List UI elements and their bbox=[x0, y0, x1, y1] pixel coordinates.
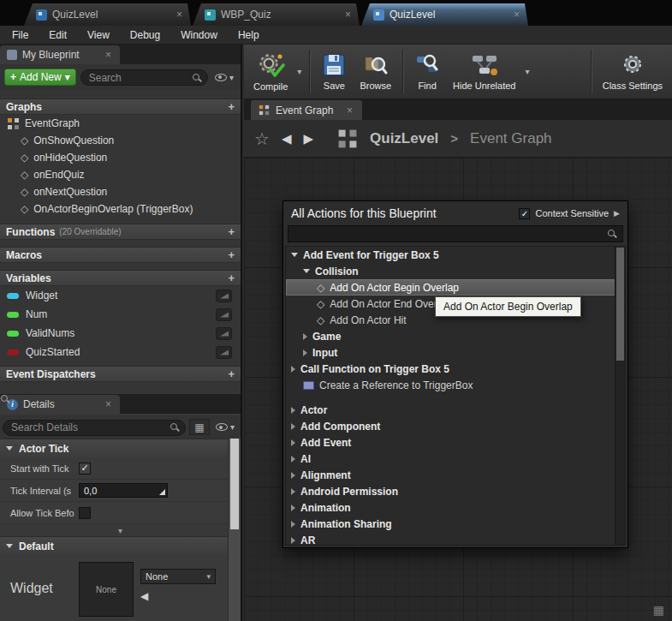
add-new-button[interactable]: + Add New ▾ bbox=[4, 69, 76, 86]
graph-event-row[interactable]: ◇ onEndQuiz bbox=[0, 166, 241, 183]
graphs-section-header[interactable]: Graphs + bbox=[0, 99, 241, 115]
graph-event-row[interactable]: ◇ onNextQuestion bbox=[0, 183, 241, 200]
close-icon[interactable]: × bbox=[104, 50, 113, 60]
class-settings-button[interactable]: Class Settings bbox=[597, 46, 669, 97]
context-sensitive-checkbox[interactable]: ✓ bbox=[519, 208, 530, 219]
save-button[interactable]: Save bbox=[315, 46, 353, 97]
browse-button[interactable]: Browse bbox=[354, 46, 397, 97]
widget-dropdown[interactable]: None ▾ bbox=[140, 569, 216, 584]
back-icon[interactable]: ◀ bbox=[282, 132, 292, 145]
actions-search-input[interactable] bbox=[288, 225, 623, 242]
menu-help[interactable]: Help bbox=[228, 27, 270, 44]
tab-event-graph-document[interactable]: Event Graph × bbox=[251, 100, 362, 120]
close-icon[interactable]: × bbox=[343, 9, 353, 20]
scrollbar-thumb[interactable] bbox=[616, 248, 624, 361]
category-ai[interactable]: AI bbox=[286, 451, 625, 467]
variable-visibility-icon[interactable] bbox=[216, 327, 232, 340]
add-graph-icon[interactable]: + bbox=[228, 100, 235, 113]
variables-section-header[interactable]: Variables + bbox=[0, 270, 241, 286]
category-actor[interactable]: Actor bbox=[286, 402, 625, 418]
browse-asset-icon[interactable] bbox=[157, 591, 167, 601]
close-icon[interactable]: × bbox=[512, 9, 521, 20]
category-add-event-trigger-box[interactable]: Add Event for Trigger Box 5 bbox=[286, 247, 625, 263]
variable-row-quizstarted[interactable]: QuizStarted bbox=[0, 343, 241, 361]
graph-event-row[interactable]: ◇ OnShowQuestion bbox=[0, 132, 241, 149]
variable-row-validnums[interactable]: ValidNums bbox=[0, 324, 241, 343]
expand-arrow-icon[interactable]: ▶ bbox=[614, 209, 620, 218]
forward-icon[interactable]: ▶ bbox=[303, 132, 313, 145]
compile-options-dropdown[interactable]: ▾ bbox=[294, 46, 304, 97]
tab-my-blueprint[interactable]: My Blueprint × bbox=[0, 45, 120, 64]
macros-section-header[interactable]: Macros + bbox=[0, 247, 241, 263]
category-alignment[interactable]: Alignment bbox=[286, 467, 625, 483]
event-label: onHideQuestion bbox=[33, 152, 107, 164]
blueprint-search-input[interactable] bbox=[80, 69, 208, 86]
action-label: Create a Reference to TriggerBox bbox=[319, 379, 473, 391]
category-game[interactable]: Game bbox=[286, 328, 625, 344]
details-view-options-button[interactable]: ▾ bbox=[213, 422, 237, 432]
add-macro-icon[interactable]: + bbox=[228, 248, 235, 261]
category-input[interactable]: Input bbox=[286, 344, 625, 361]
breadcrumb-root[interactable]: QuizLevel bbox=[370, 130, 438, 147]
actions-scrollbar[interactable] bbox=[615, 247, 625, 545]
menu-view[interactable]: View bbox=[77, 27, 120, 44]
close-icon[interactable]: × bbox=[104, 399, 113, 409]
tab-wbp-quiz[interactable]: WBP_Quiz × bbox=[193, 3, 360, 26]
menu-window[interactable]: Window bbox=[170, 27, 228, 44]
event-graph-row[interactable]: EventGraph bbox=[0, 115, 241, 132]
menu-edit[interactable]: Edit bbox=[39, 27, 77, 44]
view-options-button[interactable]: ▾ bbox=[212, 73, 236, 82]
close-icon[interactable]: × bbox=[175, 9, 184, 20]
graph-event-row[interactable]: ◇ OnActorBeginOverlap (TriggerBox) bbox=[0, 200, 241, 218]
variable-visibility-icon[interactable] bbox=[216, 346, 232, 359]
category-android-permission[interactable]: Android Permission bbox=[286, 483, 625, 499]
variable-row-num[interactable]: Num bbox=[0, 305, 241, 324]
hide-unrelated-dropdown[interactable]: ▾ bbox=[522, 46, 532, 97]
tick-interval-row: Tick Interval (s bbox=[0, 480, 241, 502]
close-icon[interactable]: × bbox=[345, 105, 354, 116]
default-category[interactable]: Default bbox=[0, 536, 241, 555]
use-selected-icon[interactable]: ◀ bbox=[140, 590, 148, 602]
bookmark-star-icon[interactable]: ☆ bbox=[254, 130, 270, 147]
add-dispatcher-icon[interactable]: + bbox=[228, 367, 235, 380]
event-icon: ◇ bbox=[21, 135, 28, 146]
menu-file[interactable]: File bbox=[2, 27, 39, 44]
event-dispatchers-section-header[interactable]: Event Dispatchers + bbox=[0, 366, 241, 382]
tick-interval-input[interactable] bbox=[79, 483, 168, 498]
category-add-component[interactable]: Add Component bbox=[286, 418, 625, 434]
category-ar[interactable]: AR bbox=[286, 532, 625, 546]
details-scrollbar[interactable] bbox=[228, 439, 241, 621]
graph-event-row[interactable]: ◇ onHideQuestion bbox=[0, 149, 241, 166]
category-animation-sharing[interactable]: Animation Sharing bbox=[286, 516, 625, 532]
start-with-tick-checkbox[interactable]: ✓ bbox=[79, 463, 91, 475]
drag-handle-icon[interactable] bbox=[159, 489, 165, 495]
category-expander[interactable]: ▾ bbox=[0, 524, 241, 536]
add-variable-icon[interactable]: + bbox=[228, 272, 235, 284]
category-call-function-trigger-box[interactable]: Call Function on Trigger Box 5 bbox=[286, 361, 625, 377]
add-function-icon[interactable]: + bbox=[228, 225, 235, 238]
breadcrumb-current[interactable]: Event Graph bbox=[470, 130, 551, 147]
hide-unrelated-button[interactable]: Hide Unrelated bbox=[447, 46, 521, 97]
functions-section-header[interactable]: Functions (20 Overridable) + bbox=[0, 224, 241, 240]
tab-quizlevel-active[interactable]: QuizLevel × bbox=[361, 3, 528, 26]
variable-visibility-icon[interactable] bbox=[216, 290, 232, 302]
scrollbar-thumb[interactable] bbox=[230, 439, 239, 529]
action-add-on-actor-begin-overlap[interactable]: ◇ Add On Actor Begin Overlap bbox=[286, 279, 625, 296]
category-collision[interactable]: Collision bbox=[286, 263, 625, 279]
tab-quizlevel-blueprint[interactable]: QuizLevel × bbox=[24, 3, 191, 26]
variable-row-widget[interactable]: Widget bbox=[0, 286, 241, 305]
details-search-input[interactable] bbox=[3, 420, 186, 436]
actor-tick-category[interactable]: Actor Tick bbox=[0, 439, 241, 457]
property-matrix-button[interactable]: ▦ bbox=[189, 419, 210, 435]
widget-thumbnail[interactable]: None bbox=[79, 562, 134, 617]
action-create-reference-triggerbox[interactable]: Create a Reference to TriggerBox bbox=[286, 377, 625, 393]
category-add-event[interactable]: Add Event bbox=[286, 434, 625, 451]
tab-details[interactable]: i Details × bbox=[0, 395, 120, 414]
allow-tick-checkbox[interactable]: ✓ bbox=[79, 507, 91, 519]
variable-visibility-icon[interactable] bbox=[216, 308, 232, 321]
menu-debug[interactable]: Debug bbox=[120, 27, 170, 44]
find-button[interactable]: Find bbox=[408, 46, 446, 97]
grid-snap-icon[interactable]: ▦ bbox=[653, 604, 664, 616]
compile-button[interactable]: Compile bbox=[247, 46, 294, 97]
category-animation[interactable]: Animation bbox=[286, 499, 625, 516]
